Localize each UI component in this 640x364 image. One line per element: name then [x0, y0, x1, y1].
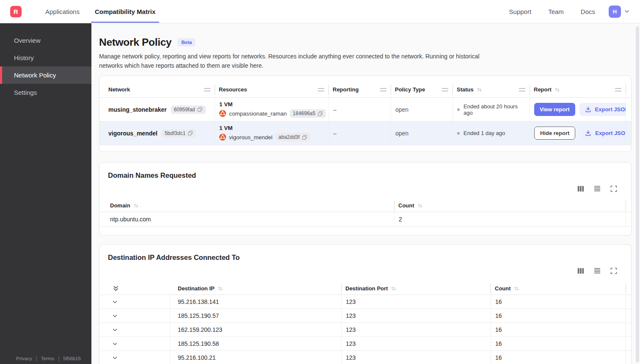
column-label: Policy Type	[395, 86, 425, 93]
network-id: 60959fad	[174, 107, 195, 113]
chevron-down-icon[interactable]	[112, 337, 118, 350]
destination-port-cell: 123	[342, 351, 491, 364]
column-header-network: Network	[99, 85, 215, 95]
fullscreen-icon[interactable]	[610, 267, 617, 274]
column-header-count[interactable]: Count	[491, 284, 626, 294]
rows-icon[interactable]	[594, 267, 601, 274]
count-cell: 16	[491, 351, 626, 364]
destination-port-cell: 123	[342, 323, 491, 336]
column-resize-icon[interactable]	[204, 88, 210, 91]
column-header-status[interactable]: Status	[453, 85, 530, 95]
sort-icon[interactable]	[391, 286, 396, 291]
fullscreen-icon[interactable]	[610, 185, 617, 192]
report-toggle-button[interactable]: Hide report	[534, 127, 575, 140]
chevron-down-icon[interactable]	[112, 323, 118, 336]
app-logo[interactable]: R	[10, 6, 22, 17]
destination-ip-cell: 185.125.190.57	[170, 309, 342, 323]
domains-table-body: ntp.ubuntu.com 2	[99, 212, 631, 227]
privacy-link[interactable]: Privacy	[16, 356, 32, 361]
copy-icon[interactable]	[302, 135, 307, 140]
resource-id-badge: 184696a5	[290, 109, 326, 118]
column-label: Count	[495, 285, 511, 292]
page-scrollbar[interactable]	[636, 26, 639, 362]
sidebar-item-label: History	[14, 54, 34, 61]
columns-icon[interactable]	[577, 185, 584, 192]
resource-name: compassionate_raman	[229, 110, 287, 117]
chevron-down-icon[interactable]	[112, 295, 118, 309]
sort-icon[interactable]	[417, 203, 423, 208]
chevron-down-icon[interactable]	[624, 8, 630, 14]
resource-id: aba2dd3f	[279, 134, 300, 140]
copy-icon[interactable]	[197, 107, 203, 112]
network-row: musing_stonebraker 60959fad 1 VM	[99, 98, 631, 121]
network-name: musing_stonebraker	[108, 106, 167, 113]
column-header-destination-ip[interactable]: Destination IP	[170, 284, 342, 294]
sidebar-item[interactable]: History	[0, 49, 91, 66]
column-resize-icon[interactable]	[380, 88, 386, 91]
policy-type-cell: open	[391, 121, 453, 145]
network-cell: musing_stonebraker 60959fad	[99, 98, 215, 121]
column-header-count[interactable]: Count	[394, 201, 626, 211]
column-header-destination-port[interactable]: Destination Port	[342, 284, 491, 294]
tab-applications[interactable]: Applications	[41, 0, 83, 23]
sort-icon[interactable]	[554, 87, 560, 92]
status-text: Ended about 20 hours ago	[463, 103, 525, 116]
terms-link[interactable]: Terms	[41, 356, 54, 361]
destination-row: 185.125.190.57 123 16	[99, 309, 631, 323]
sidebar-item[interactable]: Overview	[0, 32, 91, 49]
report-cell: View report Export JSON	[530, 98, 626, 121]
status-text: Ended 1 day ago	[463, 130, 505, 136]
expander-cell	[99, 351, 170, 364]
destination-ip-cell: 162.159.200.123	[170, 323, 342, 336]
column-label: Destination Port	[345, 285, 388, 292]
avatar[interactable]: H	[609, 6, 621, 18]
reporting-cell: –	[329, 98, 391, 121]
column-resize-icon[interactable]	[615, 88, 621, 91]
resources-cell: 1 VM compassionate_raman 184696a5	[215, 98, 329, 121]
column-resize-icon[interactable]	[442, 88, 448, 91]
destination-row: 95.216.100.21 123 16	[99, 351, 631, 364]
copy-icon[interactable]	[317, 111, 323, 116]
destinations-card: Destination IP Addresses Connected To	[99, 244, 632, 364]
column-resize-icon[interactable]	[519, 88, 525, 91]
column-label: Report	[534, 86, 552, 93]
reporting-cell: –	[329, 121, 391, 145]
column-label: Network	[108, 86, 130, 93]
export-json-button[interactable]: Export JSON	[579, 103, 626, 116]
chevron-down-icon[interactable]	[112, 309, 118, 323]
sort-icon[interactable]	[477, 87, 482, 92]
download-icon	[585, 106, 591, 113]
report-toggle-button[interactable]: View report	[534, 103, 575, 116]
expander-cell	[99, 337, 170, 350]
destination-row: 162.159.200.123 123 16	[99, 323, 631, 337]
nav-link-support[interactable]: Support	[509, 8, 532, 15]
sort-icon[interactable]	[218, 286, 223, 291]
ubuntu-icon	[219, 134, 226, 141]
main-content: Network Policy Beta Manage network polic…	[91, 23, 640, 364]
sidebar-item[interactable]: Network Policy	[0, 66, 91, 84]
sort-icon[interactable]	[514, 286, 519, 291]
nav-link-team[interactable]: Team	[548, 8, 564, 15]
columns-icon[interactable]	[577, 267, 584, 274]
tab-compatibility-matrix[interactable]: Compatibility Matrix	[91, 0, 159, 23]
resources-cell: 1 VM vigorous_mendel aba2dd3f	[215, 121, 329, 145]
sidebar-item[interactable]: Settings	[0, 84, 91, 101]
status-dot	[457, 108, 460, 111]
column-label: Reporting	[333, 86, 359, 93]
column-resize-icon[interactable]	[318, 88, 324, 91]
divider: |	[58, 356, 59, 361]
count-cell: 16	[491, 309, 626, 323]
export-json-button[interactable]: Export JSON	[579, 127, 626, 140]
expand-all-icon[interactable]	[113, 284, 119, 294]
chevron-down-icon[interactable]	[112, 351, 118, 364]
copy-icon[interactable]	[188, 130, 193, 136]
rows-icon[interactable]	[594, 185, 601, 192]
user-menu[interactable]: H	[609, 6, 630, 18]
expand-all-cell	[99, 284, 170, 294]
beta-badge: Beta	[177, 38, 196, 47]
sort-icon[interactable]	[133, 203, 139, 208]
column-header-domain[interactable]: Domain	[99, 201, 394, 211]
column-header-report[interactable]: Report	[530, 85, 626, 95]
nav-tabs: Applications Compatibility Matrix	[38, 0, 163, 23]
nav-link-docs[interactable]: Docs	[581, 8, 595, 15]
